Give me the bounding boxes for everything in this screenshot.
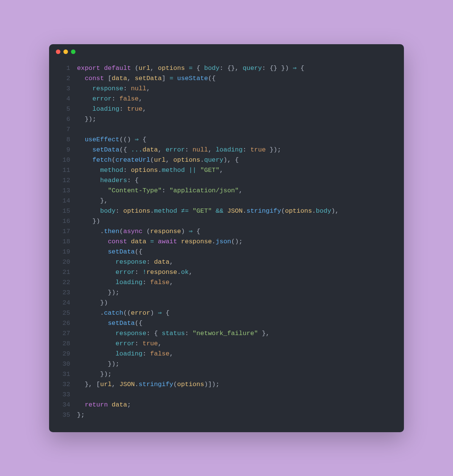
line-source[interactable]: }, [url, JSON.stringify(options)]); [77, 379, 395, 389]
code-line[interactable]: 22 loading: false, [58, 277, 395, 287]
line-source[interactable]: }); [77, 287, 395, 298]
token-p: , [139, 95, 142, 102]
window-titlebar [49, 44, 404, 59]
token-bool: true [142, 340, 158, 347]
code-line[interactable]: 9 setData({ ...data, error: null, loadin… [58, 145, 395, 155]
code-line[interactable]: 4 error: false, [58, 94, 395, 104]
line-source[interactable]: setData({ [77, 247, 395, 257]
code-line[interactable]: 32 }, [url, JSON.stringify(options)]); [58, 379, 395, 389]
code-line[interactable]: 1export default (url, options = { body: … [58, 63, 395, 73]
line-source[interactable]: }); [77, 114, 395, 124]
code-line[interactable]: 21 error: !response.ok, [58, 267, 395, 277]
token-p: (() [119, 136, 135, 143]
line-source[interactable]: response: null, [77, 83, 395, 94]
line-source[interactable]: response: { status: "network_failure" }, [77, 328, 395, 338]
token-id: url [100, 381, 112, 388]
code-line[interactable]: 10 fetch(createUrl(url, options.query), … [58, 155, 395, 165]
token-p [77, 146, 92, 153]
code-line[interactable]: 3 response: null, [58, 83, 395, 94]
line-source[interactable]: fetch(createUrl(url, options.query), { [77, 155, 395, 165]
line-source[interactable]: return data; [77, 400, 395, 410]
line-source[interactable]: loading: false, [77, 277, 395, 287]
code-line[interactable]: 29 loading: false, [58, 349, 395, 359]
code-line[interactable]: 33 [58, 389, 395, 400]
line-source[interactable]: }, [77, 196, 395, 206]
token-p [77, 136, 85, 143]
code-line[interactable]: 2 const [data, setData] = useState({ [58, 73, 395, 83]
line-source[interactable]: const [data, setData] = useState({ [77, 73, 395, 83]
minimize-icon[interactable] [63, 49, 68, 54]
close-icon[interactable] [56, 49, 60, 54]
line-source[interactable] [77, 124, 395, 134]
line-source[interactable]: setData({ ...data, error: null, loading:… [77, 145, 395, 155]
line-source[interactable]: }; [77, 410, 395, 420]
code-editor[interactable]: 1export default (url, options = { body: … [49, 59, 404, 420]
line-number: 25 [58, 308, 77, 318]
line-source[interactable]: export default (url, options = { body: {… [77, 63, 395, 73]
code-line[interactable]: 17 .then(async (response) ⇒ { [58, 226, 395, 236]
code-line[interactable]: 23 }); [58, 287, 395, 298]
code-line[interactable]: 27 response: { status: "network_failure"… [58, 328, 395, 338]
code-line[interactable]: 5 loading: true, [58, 104, 395, 114]
code-line[interactable]: 20 response: data, [58, 257, 395, 267]
token-p: : [146, 258, 154, 266]
token-p: ) [150, 309, 158, 317]
line-source[interactable]: const data = await response.json(); [77, 236, 395, 247]
code-line[interactable]: 30 }); [58, 359, 395, 369]
token-p: ) [181, 228, 188, 235]
line-source[interactable]: headers: { [77, 175, 395, 185]
token-p: ({ [119, 146, 131, 153]
code-line[interactable]: 13 "Content-Type": "application/json", [58, 185, 395, 196]
code-line[interactable]: 15 body: options.method ≠= "GET" && JSON… [58, 206, 395, 216]
code-line[interactable]: 8 useEffect(() ⇒ { [58, 134, 395, 145]
code-line[interactable]: 28 error: true, [58, 338, 395, 349]
line-source[interactable]: body: options.method ≠= "GET" && JSON.st… [77, 206, 395, 216]
code-line[interactable]: 25 .catch((error) ⇒ { [58, 308, 395, 318]
line-source[interactable]: loading: true, [77, 104, 395, 114]
code-line[interactable]: 34 return data; [58, 400, 395, 410]
line-source[interactable]: }); [77, 369, 395, 379]
token-fn: fetch [92, 156, 112, 164]
line-source[interactable]: .then(async (response) ⇒ { [77, 226, 395, 236]
line-source[interactable]: error: true, [77, 338, 395, 349]
line-source[interactable]: method: options.method || "GET", [77, 165, 395, 175]
code-line[interactable]: 24 }) [58, 298, 395, 308]
code-line[interactable]: 31 }); [58, 369, 395, 379]
token-p [185, 65, 189, 72]
line-source[interactable]: setData({ [77, 318, 395, 328]
code-line[interactable]: 11 method: options.method || "GET", [58, 165, 395, 175]
token-p: : [262, 65, 270, 72]
code-line[interactable]: 14 }, [58, 196, 395, 206]
token-id: options [123, 207, 150, 215]
line-source[interactable]: .catch((error) ⇒ { [77, 308, 395, 318]
line-source[interactable]: "Content-Type": "application/json", [77, 185, 395, 196]
code-line[interactable]: 12 headers: { [58, 175, 395, 185]
token-p [77, 330, 116, 337]
token-prop: error [166, 146, 185, 153]
line-source[interactable]: }); [77, 359, 395, 369]
token-p: }, [258, 330, 270, 337]
line-source[interactable]: error: !response.ok, [77, 267, 395, 277]
code-line[interactable]: 16 }) [58, 216, 395, 226]
line-source[interactable]: error: false, [77, 94, 395, 104]
line-source[interactable]: }) [77, 298, 395, 308]
line-source[interactable] [77, 389, 395, 400]
code-line[interactable]: 35}; [58, 410, 395, 420]
token-p: }; [77, 411, 85, 419]
line-source[interactable]: useEffect(() ⇒ { [77, 134, 395, 145]
token-p: : [112, 95, 119, 102]
code-line[interactable]: 19 setData({ [58, 247, 395, 257]
code-line[interactable]: 18 const data = await response.json(); [58, 236, 395, 247]
code-line[interactable]: 7 [58, 124, 395, 134]
zoom-icon[interactable] [71, 49, 76, 54]
line-source[interactable]: response: data, [77, 257, 395, 267]
code-line[interactable]: 26 setData({ [58, 318, 395, 328]
token-p [77, 85, 92, 92]
line-source[interactable]: loading: false, [77, 349, 395, 359]
code-line[interactable]: 6 }); [58, 114, 395, 124]
token-p: }, [ [77, 381, 100, 388]
token-op: ≠= [181, 207, 188, 215]
token-p: , [158, 340, 162, 347]
token-p: { [196, 65, 204, 72]
line-source[interactable]: }) [77, 216, 395, 226]
